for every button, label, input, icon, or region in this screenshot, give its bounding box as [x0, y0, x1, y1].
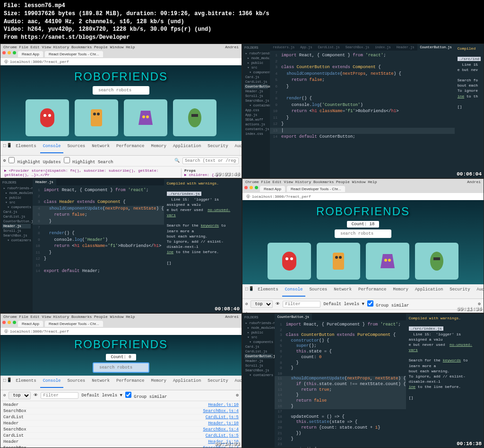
search-input[interactable] [335, 229, 391, 238]
inspect-icon[interactable]: ⬚ [245, 286, 248, 297]
panel-5: Chrome File Edit View History Bookmarks … [0, 313, 242, 448]
inspect-icon[interactable]: ⬚ [3, 143, 6, 153]
robot-card[interactable] [26, 99, 69, 136]
clear-icon[interactable]: ⊘ [245, 301, 248, 307]
tab-memory[interactable]: Memory [390, 286, 411, 297]
timestamp: 00:06:04 [457, 171, 482, 177]
context-select[interactable]: top [9, 392, 31, 399]
tab-sources[interactable]: Sources [64, 378, 88, 388]
tab-react-app[interactable]: React App [18, 51, 43, 57]
console-row[interactable]: HeaderHeader.js:10 [3, 421, 239, 427]
device-icon[interactable]: 📱 [7, 143, 12, 153]
robot-card[interactable] [124, 99, 167, 136]
tab-application[interactable]: Application [412, 286, 446, 297]
eye-icon[interactable]: 👁 [34, 393, 38, 398]
console-row[interactable]: SearchBoxSearchBox.js:4 [3, 408, 239, 414]
tab-application[interactable]: Application [170, 143, 204, 153]
tab-performance[interactable]: Performance [113, 143, 147, 153]
timestamp: 00:11:36 [457, 306, 482, 312]
robot-card[interactable] [268, 243, 311, 280]
console-row[interactable]: HeaderHeader.js:10 [3, 439, 239, 445]
tab-network[interactable]: Network [89, 143, 112, 153]
console-row[interactable]: SearchBoxSearchBox.js:4 [3, 445, 239, 448]
eye-icon[interactable]: 👁 [276, 301, 280, 307]
svg-rect-3 [91, 109, 102, 126]
react-search-input[interactable] [182, 158, 239, 164]
editor-sidebar[interactable]: FOLDERS ▸ robofriends-redux ▸ node_modul… [242, 44, 270, 178]
tab-application[interactable]: Application [170, 378, 204, 388]
tab-sources[interactable]: Sources [64, 143, 88, 153]
browser-tabs[interactable]: React App React Developer Tools - Chr... [0, 50, 242, 58]
tab-elements[interactable]: Elements [13, 143, 39, 153]
tab-network[interactable]: Network [331, 286, 354, 297]
tab-performance[interactable]: Performance [355, 286, 389, 297]
device-icon[interactable]: 📱 [7, 378, 12, 388]
svg-rect-19 [433, 257, 440, 260]
search-input[interactable] [93, 86, 149, 95]
tab-console[interactable]: Console [40, 378, 64, 388]
robot-card[interactable] [75, 99, 118, 136]
robot-card[interactable] [317, 243, 360, 280]
code-editor[interactable]: 1import React, { PureComponent } from 'r… [275, 320, 406, 448]
tab-memory[interactable]: Memory [148, 143, 169, 153]
devtools-tabs[interactable]: ⬚ 📱 Elements Console Sources Network Per… [0, 141, 242, 156]
count-button[interactable]: Count: 18 [347, 221, 380, 228]
url-bar[interactable]: 🛈localhost:3000/?react_perf [242, 193, 484, 200]
levels-dropdown[interactable]: Default levels ▼ [81, 393, 122, 398]
tab-react-app[interactable]: React App [260, 186, 285, 192]
tab-memory[interactable]: Memory [148, 378, 169, 388]
group-similar-checkbox[interactable]: Group similar [125, 392, 167, 399]
levels-dropdown[interactable]: Default levels ▼ [323, 302, 364, 307]
tab-console[interactable]: Console [40, 143, 64, 153]
editor-tab[interactable]: CounterButton.js [275, 314, 312, 320]
console-row[interactable]: CardListCardList.js:5 [3, 433, 239, 439]
tab-performance[interactable]: Performance [113, 378, 147, 388]
filter-input[interactable] [283, 301, 320, 307]
robot-card[interactable] [415, 243, 458, 280]
robot-card[interactable] [173, 99, 216, 136]
panel-6: FOLDERS ▸ robofriends-redux ▸ node_modul… [242, 313, 484, 448]
tab-console[interactable]: Console [282, 286, 306, 297]
console-output[interactable]: HeaderHeader.js:10SearchBoxSearchBox.js:… [0, 401, 242, 448]
filter-input[interactable] [41, 392, 78, 399]
gear-icon[interactable]: ⚙ [236, 393, 239, 398]
code-editor[interactable]: 1import React, { Component } from 'react… [33, 185, 164, 277]
tab-network[interactable]: Network [89, 378, 112, 388]
device-icon[interactable]: 📱 [249, 286, 254, 297]
url-bar[interactable]: 🛈localhost:3000/?react_perf [0, 58, 242, 65]
tab-audits[interactable]: Audits [474, 286, 484, 297]
editor-tabs[interactable]: reducers.js App.js CardList.js SearchBox… [270, 44, 455, 51]
tab-devtools-ext[interactable]: React Developer Tools - Chr... [45, 321, 103, 327]
react-tree[interactable]: ▶ <Provider store={dispatch: fn(), subsc… [4, 168, 181, 178]
group-similar-checkbox[interactable]: Group similar [367, 300, 409, 308]
tab-elements[interactable]: Elements [255, 286, 281, 297]
url-bar[interactable]: 🛈localhost:3000/?react_perf [0, 328, 242, 335]
count-button[interactable]: Count: 0 [106, 354, 136, 360]
tab-react-app[interactable]: React App [18, 321, 43, 327]
tab-security[interactable]: Security [205, 143, 231, 153]
tab-audits[interactable]: Audits [232, 143, 242, 153]
highlight-search-checkbox[interactable]: Highlight Search [64, 157, 113, 165]
svg-point-14 [335, 256, 338, 259]
console-row[interactable]: SearchBoxSearchBox.js:4 [3, 427, 239, 433]
highlight-updates-checkbox[interactable]: Highlight Updates [9, 157, 60, 165]
console-row[interactable]: CardListCardList.js:5 [3, 414, 239, 421]
tab-security[interactable]: Security [447, 286, 473, 297]
context-select[interactable]: top [251, 300, 273, 308]
tab-devtools-ext[interactable]: React Developer Tools - Chr... [45, 51, 103, 57]
editor-tab[interactable]: Header.js [33, 179, 56, 185]
inspect-icon[interactable]: ⬚ [3, 378, 6, 388]
tab-sources[interactable]: Sources [306, 286, 330, 297]
tab-security[interactable]: Security [205, 378, 231, 388]
robot-card[interactable] [366, 243, 409, 280]
tab-elements[interactable]: Elements [13, 378, 39, 388]
gear-icon[interactable]: ⚙ [3, 158, 6, 163]
tab-audits[interactable]: Audits [232, 378, 242, 388]
code-editor[interactable]: 1import React, { Component } from 'react… [270, 51, 455, 142]
editor-sidebar[interactable]: FOLDERS ▸ robofriends-redux ▸ node_modul… [0, 179, 33, 313]
editor-sidebar[interactable]: FOLDERS ▸ robofriends-redux ▸ node_modul… [242, 314, 275, 448]
console-row[interactable]: HeaderHeader.js:10 [3, 402, 239, 408]
search-input[interactable] [93, 362, 149, 373]
tab-devtools-ext[interactable]: React Developer Tools - Chr... [287, 186, 345, 192]
clear-icon[interactable]: ⊘ [3, 393, 6, 398]
